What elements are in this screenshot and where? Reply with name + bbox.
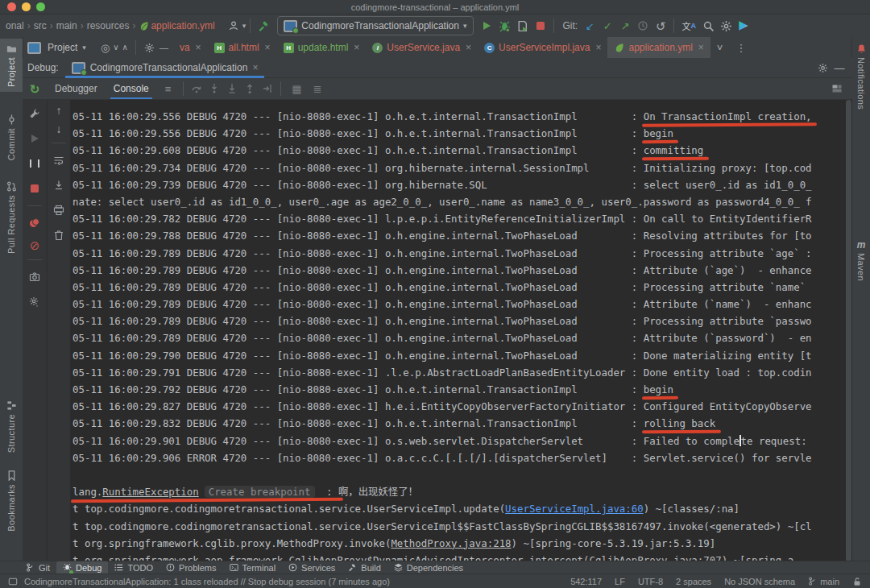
clear-console-trash-icon[interactable] — [50, 226, 68, 244]
toolbar-tab-problems[interactable]: Problems — [160, 561, 222, 574]
resume-program-icon[interactable] — [26, 130, 44, 147]
search-everywhere-icon[interactable] — [699, 17, 717, 35]
stripe-tab-commit[interactable]: Commit — [0, 110, 23, 165]
tab-console[interactable]: Console — [106, 78, 157, 99]
debug-button[interactable] — [496, 17, 514, 35]
stop-button[interactable] — [532, 17, 549, 35]
tab-all-html[interactable]: H all.html × — [208, 37, 277, 58]
stripe-tab-project[interactable]: Project — [0, 39, 23, 92]
toolbar-tab-build[interactable]: Build — [342, 561, 387, 574]
git-branch-widget[interactable]: main — [808, 577, 839, 586]
pause-program-icon[interactable] — [26, 155, 44, 172]
toolbar-tab-terminal[interactable]: Terminal — [223, 561, 283, 574]
rerun-icon[interactable]: ↻ — [30, 83, 40, 95]
step-out-icon[interactable] — [241, 80, 259, 97]
toolbox-colorful-icon[interactable] — [735, 17, 752, 35]
toolbar-tab-dependencies[interactable]: Dependencies — [387, 561, 470, 574]
stop-process-icon[interactable] — [26, 180, 44, 197]
breadcrumb-file[interactable]: application.yml — [151, 20, 214, 31]
hide-tool-window-icon[interactable]: — — [831, 63, 847, 73]
expand-all-icon[interactable]: ∨ — [113, 43, 118, 52]
breadcrumb-resources[interactable]: resources — [87, 20, 130, 31]
mute-breakpoints-icon[interactable]: ⊘ — [30, 239, 40, 251]
git-push-icon[interactable]: ↗ — [616, 21, 634, 31]
debugger-settings-wrench-icon[interactable] — [26, 105, 44, 122]
tab-options-kebab[interactable]: ⋮ — [729, 37, 752, 58]
exception-class-link[interactable]: RuntimeException — [102, 486, 198, 498]
close-icon[interactable]: × — [196, 42, 201, 53]
run-to-cursor-icon[interactable] — [259, 80, 276, 97]
unlocked-padlock-icon[interactable] — [852, 577, 862, 586]
tab-userserviceimpl-java[interactable]: C UserServiceImpl.java × — [478, 37, 607, 58]
run-configuration-select[interactable]: CodingmoreTransactionalApplication ▾ — [277, 16, 473, 35]
run-with-coverage-button[interactable] — [514, 17, 532, 35]
debugger-gear-dropdown-icon[interactable] — [26, 293, 44, 311]
run-button[interactable] — [478, 17, 496, 35]
locate-file-icon[interactable]: ◎ — [101, 43, 110, 53]
stack-frame-link[interactable]: MethodProxy.java:218 — [391, 537, 511, 549]
stripe-tab-bookmarks[interactable]: Bookmarks — [0, 466, 23, 536]
console-output[interactable]: 05-11 16:00:29.556 DEBUG 4720 --- [nio-8… — [71, 100, 852, 561]
panel-settings-gear-icon[interactable] — [143, 41, 156, 54]
hidden-tabs-chevron[interactable]: ˅ — [710, 37, 730, 58]
file-encoding[interactable]: UTF-8 — [638, 577, 663, 586]
soft-wrap-icon[interactable] — [50, 151, 68, 169]
status-message[interactable]: CodingmoreTransactionalApplication: 1 cl… — [24, 577, 390, 586]
tab-update-html[interactable]: H update.html × — [277, 37, 367, 58]
toolbar-tab-todo[interactable]: TODO — [108, 561, 160, 574]
console-scrollbar[interactable] — [846, 100, 851, 561]
hide-panel-icon[interactable]: — — [160, 43, 168, 52]
line-ending[interactable]: LF — [615, 577, 625, 586]
close-icon[interactable]: × — [595, 42, 601, 53]
stripe-tab-pull-requests[interactable]: Pull Requests — [0, 176, 23, 259]
translate-icon[interactable]: 文A — [678, 17, 699, 35]
close-icon[interactable]: × — [252, 62, 258, 73]
close-icon[interactable]: × — [354, 42, 359, 53]
layout-settings-icon[interactable] — [828, 80, 846, 97]
tab-truncated[interactable]: va × — [173, 37, 208, 58]
breadcrumb-main[interactable]: main — [56, 20, 77, 31]
tab-userservice-java[interactable]: I UserService.java × — [366, 37, 478, 58]
close-icon[interactable]: × — [265, 42, 271, 53]
close-icon[interactable]: × — [698, 42, 704, 53]
debug-settings-gear-icon[interactable] — [814, 59, 831, 77]
scroll-to-end-icon[interactable] — [50, 176, 68, 194]
toolbar-tab-debug[interactable]: Debug — [56, 561, 108, 574]
project-panel-title[interactable]: Project — [48, 42, 77, 53]
console-settings-icon[interactable]: ≣ — [313, 84, 322, 94]
stripe-tab-structure[interactable]: Structure — [0, 395, 23, 458]
toolbar-tab-git[interactable]: Git — [19, 561, 56, 574]
rollback-icon[interactable]: ↺ — [652, 20, 669, 32]
breadcrumb-project[interactable]: onal — [6, 20, 24, 31]
view-breakpoints-icon[interactable] — [26, 214, 44, 232]
debug-session-tab[interactable]: CodingmoreTransactionalApplication × — [65, 58, 265, 77]
indent-setting[interactable]: 2 spaces — [676, 577, 711, 586]
build-hammer-icon[interactable] — [255, 17, 272, 35]
evaluate-expression-icon[interactable]: ▦ — [292, 84, 301, 94]
caret-position[interactable]: 542:117 — [570, 577, 602, 586]
collapse-all-icon[interactable]: ∧ — [122, 43, 128, 52]
stripe-tab-notifications[interactable]: Notifications — [852, 39, 870, 114]
up-stack-trace-icon[interactable]: ↑ — [56, 105, 62, 116]
toolbar-tab-services[interactable]: Services — [282, 561, 342, 574]
create-breakpoint-button[interactable]: Create breakpoint — [205, 486, 315, 498]
schema-setting[interactable]: No JSON schema — [724, 577, 795, 586]
output-options-icon[interactable]: ≡ — [165, 84, 172, 94]
thread-dump-camera-icon[interactable] — [26, 268, 44, 286]
stack-frame-link[interactable]: UserServiceImpl.java:60 — [505, 503, 644, 515]
step-into-icon[interactable] — [205, 80, 223, 97]
git-commit-check-icon[interactable]: ✓ — [599, 21, 616, 31]
down-stack-trace-icon[interactable]: ↓ — [56, 123, 62, 135]
tab-debugger[interactable]: Debugger — [47, 78, 106, 99]
stripe-tab-maven[interactable]: m Maven — [852, 235, 870, 286]
git-update-icon[interactable]: ↙ — [581, 21, 599, 31]
close-icon[interactable]: × — [466, 42, 471, 53]
settings-gear-icon[interactable] — [717, 17, 735, 35]
breadcrumb-src[interactable]: src — [34, 20, 47, 31]
print-console-icon[interactable] — [50, 201, 68, 219]
user-icon[interactable] — [225, 17, 242, 35]
step-over-icon[interactable] — [188, 80, 205, 97]
chevron-down-icon[interactable]: ▾ — [242, 23, 246, 30]
chevron-down-icon[interactable]: ▾ — [82, 44, 86, 52]
history-clock-icon[interactable] — [634, 17, 652, 35]
